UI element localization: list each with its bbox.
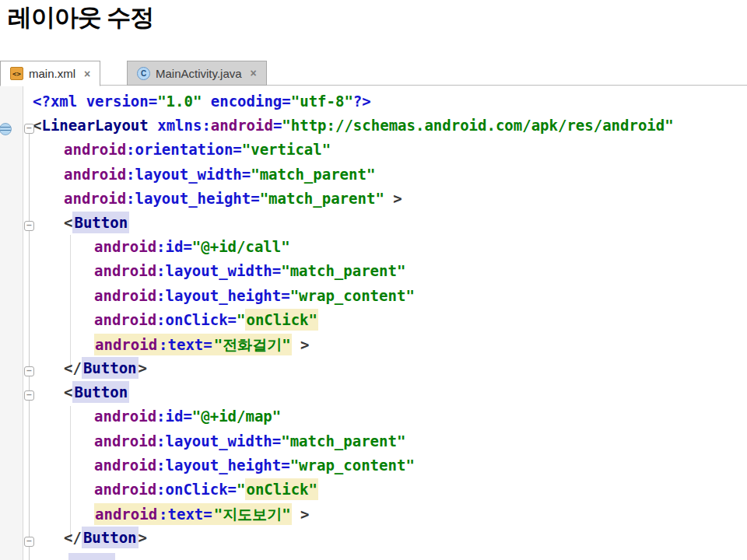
code-token: "http://schemas.android.com/apk/res/andr… [282, 117, 673, 134]
tab-mainactivity-java[interactable]: C MainActivity.java × [127, 61, 267, 86]
code-token: Button [82, 527, 139, 548]
code-token: LinearLayout [41, 117, 148, 134]
code-token: = [273, 117, 282, 134]
code-token: ?> [353, 93, 371, 110]
code-token: "match_parent" [281, 432, 405, 450]
code-token: :layout_height= [156, 457, 290, 474]
code-token: :text= [158, 334, 213, 355]
code-token: "@+id/call" [192, 238, 290, 255]
code-token: < [64, 383, 72, 401]
close-tab-icon[interactable]: × [251, 67, 257, 79]
fold-toggle-icon[interactable]: − [24, 124, 34, 134]
code-line: android:id="@+id/map" [0, 408, 747, 432]
code-token: encoding= [202, 93, 290, 110]
code-token: :layout_width= [156, 432, 281, 450]
code-token [149, 117, 157, 134]
code-token: android [94, 432, 156, 450]
tab-label: MainActivity.java [156, 67, 242, 80]
code-token: "wrap_content" [290, 457, 415, 474]
code-token: </ [64, 529, 82, 546]
code-line: <?xml version="1.0" encoding="utf-8"?> [0, 93, 747, 117]
next-line-highlight [68, 553, 115, 560]
code-line: android:layout_height="wrap_content" [0, 287, 747, 311]
code-token: > [139, 529, 147, 546]
code-token: > [292, 336, 310, 353]
code-token: android [94, 238, 156, 255]
close-tab-icon[interactable]: × [84, 68, 90, 80]
code-line: android:text="전화걸기" > [0, 335, 747, 359]
code-token: android [64, 190, 126, 207]
code-token: android [94, 481, 156, 498]
code-token: onClick" [245, 309, 318, 331]
code-token: "wrap_content" [290, 287, 415, 304]
code-token: :id= [156, 408, 192, 425]
code-token: android [94, 503, 158, 525]
code-token: :onClick= [156, 311, 237, 328]
fold-toggle-icon[interactable]: − [24, 537, 34, 547]
slide: 레이아웃 수정 <> main.xml × C MainActivity.jav… [0, 0, 747, 560]
xml-file-icon: <> [10, 67, 23, 80]
fold-toggle-icon[interactable]: − [24, 366, 34, 376]
code-line: android:layout_width="match_parent" [0, 432, 747, 457]
code-token: :text= [158, 503, 213, 525]
editor-tab-bar: <> main.xml × C MainActivity.java × [0, 61, 747, 86]
code-line: android:onClick="onClick" [0, 481, 747, 505]
code-line: android:layout_width="match_parent" [0, 262, 747, 286]
code-token: android [64, 166, 126, 183]
code-line: android:layout_height="match_parent" > [0, 190, 747, 214]
code-line: android:onClick="onClick" [0, 311, 747, 335]
code-line: </Button> [0, 529, 747, 553]
code-line: <Button [0, 214, 747, 238]
code-token: "1.0" [157, 93, 202, 110]
code-token: android [94, 287, 156, 304]
code-token: :id= [156, 238, 192, 255]
code-line: android:id="@+id/call" [0, 238, 747, 262]
code-line: </Button> [0, 359, 747, 383]
code-token: < [64, 214, 72, 231]
code-token: " [237, 311, 245, 328]
code-token: android [64, 141, 126, 158]
code-token: xmlns: [157, 117, 211, 134]
code-token: :layout_height= [126, 190, 260, 207]
code-token: > [384, 190, 402, 207]
code-token: </ [64, 359, 82, 376]
java-class-icon: C [137, 67, 150, 80]
code-line: android:layout_width="match_parent" [0, 166, 747, 190]
code-token: "전화걸기" [213, 334, 292, 355]
code-token: :layout_height= [156, 287, 290, 304]
code-token: android [94, 262, 156, 279]
code-token: android [94, 334, 158, 355]
fold-toggle-icon[interactable]: − [24, 221, 34, 231]
code-token: > [139, 359, 147, 376]
code-token: :layout_width= [156, 262, 281, 279]
code-token: <?xml version= [33, 93, 157, 110]
fold-toggle-icon[interactable]: − [24, 390, 34, 401]
code-token: Button [82, 357, 139, 379]
code-token: " [237, 481, 245, 498]
code-editor[interactable]: <?xml version="1.0" encoding="utf-8"?><L… [0, 86, 747, 560]
code-token: :layout_width= [126, 166, 251, 183]
code-token: "vertical" [242, 141, 331, 158]
code-token: Button [72, 212, 129, 233]
code-token: android [211, 117, 273, 134]
code-token: "match_parent" [260, 190, 384, 207]
code-token: Button [72, 381, 129, 403]
code-token: "@+id/map" [192, 408, 281, 425]
code-line: <LinearLayout xmlns:android="http://sche… [0, 117, 747, 141]
code-token: android [94, 311, 156, 328]
code-token: "match_parent" [251, 166, 375, 183]
code-token: :onClick= [156, 481, 237, 498]
code-token: android [94, 457, 156, 474]
code-line: android:orientation="vertical" [0, 141, 747, 165]
code-token: "지도보기" [213, 503, 292, 525]
code-line: android:layout_height="wrap_content" [0, 457, 747, 481]
code-token: onClick" [245, 478, 318, 500]
code-token: "match_parent" [281, 262, 405, 279]
code-line: <Button [0, 383, 747, 408]
tab-main-xml[interactable]: <> main.xml × [0, 61, 100, 86]
code-token: :orientation= [126, 141, 242, 158]
code-token: "utf-8" [291, 93, 353, 110]
code-lines: <?xml version="1.0" encoding="utf-8"?><L… [0, 93, 747, 554]
code-token: android [94, 408, 156, 425]
page-title: 레이아웃 수정 [8, 2, 154, 34]
